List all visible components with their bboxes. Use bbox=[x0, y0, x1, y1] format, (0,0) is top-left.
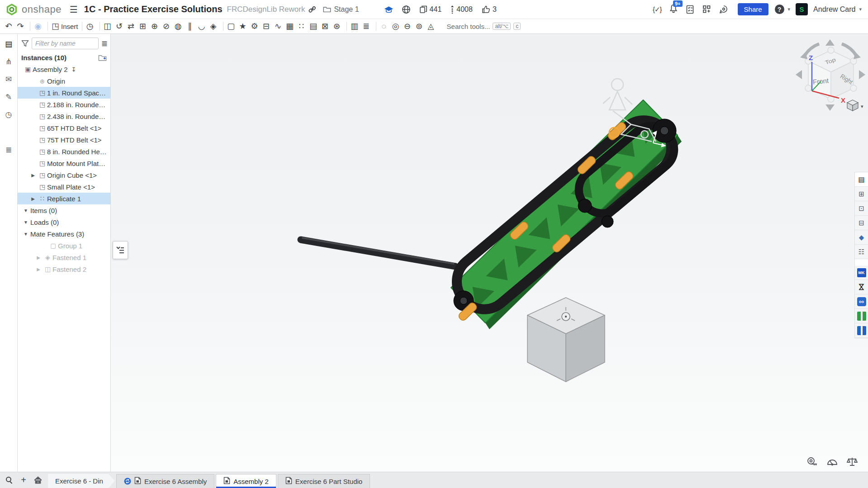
bom-panel-icon[interactable]: ▤ bbox=[855, 172, 868, 187]
tree-row[interactable]: ◳ Small Plate <1> bbox=[18, 181, 110, 193]
app-mk-icon[interactable]: MK bbox=[855, 265, 868, 280]
bom-icon[interactable]: ▥ bbox=[350, 20, 361, 32]
main-menu-icon[interactable]: ☰ bbox=[70, 4, 78, 15]
belt-relation-icon[interactable]: ▦ bbox=[285, 20, 297, 32]
workspace-location[interactable]: Stage 1 bbox=[323, 5, 359, 14]
tree-row[interactable]: ▶ ◫ Fastened 2 bbox=[18, 263, 110, 275]
circular-pattern-icon[interactable]: ⊛ bbox=[332, 20, 344, 32]
protractor-icon[interactable] bbox=[826, 456, 838, 467]
planar-mate-icon[interactable]: ⊞ bbox=[138, 20, 150, 32]
tree-row[interactable]: ▼ Items (0) bbox=[18, 204, 110, 216]
filter-funnel-icon[interactable] bbox=[21, 40, 29, 47]
document-tab[interactable]: Assembly 2 bbox=[216, 474, 276, 488]
revolute-mate-icon[interactable]: ↺ bbox=[114, 20, 126, 32]
tree-row[interactable]: ◳ 8 in. Rounded Hex Sha... bbox=[18, 146, 110, 157]
edit-history-icon[interactable]: ◷ bbox=[3, 109, 14, 120]
likes-stat[interactable]: 3 bbox=[482, 5, 497, 14]
filter-input[interactable] bbox=[32, 38, 99, 49]
tree-row[interactable]: ▶ ∷ Replicate 1 bbox=[18, 193, 110, 204]
view-options-cube-icon[interactable] bbox=[847, 100, 858, 111]
redo-icon[interactable]: ↷ bbox=[15, 20, 27, 32]
mate-connector-icon[interactable]: ◈ bbox=[209, 20, 220, 32]
tape-measure-icon[interactable] bbox=[806, 456, 818, 467]
search-document-icon[interactable] bbox=[3, 127, 14, 137]
sketch-dimensions-icon[interactable]: ⊟ bbox=[855, 216, 868, 230]
expand-chevron-icon[interactable]: ▶ bbox=[34, 267, 43, 272]
share-button[interactable]: Share bbox=[738, 3, 768, 15]
screw-relation-icon[interactable]: ∿ bbox=[273, 20, 285, 32]
notifications-button[interactable]: 9+ bbox=[669, 4, 678, 15]
view-options-caret-icon[interactable]: ▾ bbox=[861, 104, 863, 109]
group-icon[interactable]: ▢ bbox=[226, 20, 238, 32]
configurations-panel-icon[interactable]: ⊞ bbox=[855, 187, 868, 201]
document-tab[interactable]: Exercise 6 Assembly bbox=[116, 474, 214, 488]
app-butterfly-icon[interactable]: ⋈ bbox=[855, 280, 868, 294]
app-book-blue-icon[interactable] bbox=[855, 323, 868, 338]
expand-chevron-icon[interactable]: ▼ bbox=[21, 232, 30, 237]
expand-chevron-icon[interactable]: ▶ bbox=[28, 196, 38, 201]
expand-chevron-icon[interactable]: ▼ bbox=[21, 220, 30, 225]
fastened-mate-icon[interactable]: ◫ bbox=[103, 20, 114, 32]
tree-row[interactable]: ◳ 65T HTD Belt <1> bbox=[18, 122, 110, 134]
view-cube[interactable]: Top Front Right bbox=[794, 38, 867, 114]
app-robot-icon[interactable]: oo bbox=[855, 294, 868, 309]
avatar[interactable]: S bbox=[796, 3, 808, 15]
section-view-icon[interactable]: ⊚ bbox=[414, 20, 426, 32]
show-mate-connectors-icon[interactable]: ◌ bbox=[379, 20, 391, 32]
sync-document-icon[interactable]: ◉ bbox=[33, 20, 45, 32]
pattern-icon[interactable]: ▤ bbox=[308, 20, 320, 32]
release-notes-icon[interactable] bbox=[686, 5, 694, 14]
help-button[interactable]: ? bbox=[775, 5, 784, 14]
versions-history-icon[interactable]: ⋔ bbox=[3, 56, 14, 67]
named-positions-icon[interactable]: ◷ bbox=[85, 20, 97, 32]
linear-pattern-icon[interactable]: ⊠ bbox=[320, 20, 332, 32]
part-dimensions-icon[interactable]: ⊡ bbox=[855, 201, 868, 216]
tree-row[interactable]: ◳ 2.438 in. Rounded Hex... bbox=[18, 110, 110, 122]
tree-row[interactable]: ▶ ◈ Fastened 1 bbox=[18, 251, 110, 263]
user-menu-caret-icon[interactable]: ▾ bbox=[859, 6, 862, 12]
tree-flyout-button[interactable] bbox=[113, 241, 128, 259]
versions-stat[interactable]: 4008 bbox=[451, 5, 473, 14]
isolate-icon[interactable]: ◬ bbox=[426, 20, 438, 32]
pin-slot-mate-icon[interactable]: ⊘ bbox=[161, 20, 173, 32]
expand-chevron-icon[interactable]: ▼ bbox=[21, 208, 30, 213]
gear-relation-icon[interactable]: ⚙ bbox=[250, 20, 261, 32]
tree-row[interactable]: ◳ 75T HTD Belt <1> bbox=[18, 134, 110, 146]
green-plate[interactable] bbox=[451, 100, 682, 329]
ball-mate-icon[interactable]: ◍ bbox=[173, 20, 185, 32]
insert-icon[interactable]: ◳Insert bbox=[51, 20, 79, 32]
undo-icon[interactable]: ↶ bbox=[4, 20, 15, 32]
tree-row[interactable]: ▼ Loads (0) bbox=[18, 216, 110, 228]
tree-row[interactable]: ▢ Group 1 bbox=[18, 240, 110, 251]
properties-list-icon[interactable]: ≣ bbox=[3, 144, 14, 155]
replicate-icon[interactable]: ∷ bbox=[297, 20, 308, 32]
new-tab-button[interactable]: + bbox=[16, 472, 31, 488]
tree-row[interactable]: ▶ ◳ Origin Cube <1> bbox=[18, 169, 110, 181]
tree-row[interactable]: ▣ Assembly 2 ↧ bbox=[18, 63, 110, 75]
public-globe-icon[interactable] bbox=[402, 5, 411, 14]
home-button[interactable] bbox=[31, 472, 45, 488]
expand-chevron-icon[interactable]: ▶ bbox=[28, 173, 38, 178]
shortcut-keys-icon[interactable]: ☷ bbox=[855, 245, 868, 259]
tree-row[interactable]: ◳ 1 in. Round Spacer <1> bbox=[18, 87, 110, 99]
expand-chevron-icon[interactable]: ▶ bbox=[34, 255, 43, 260]
link-icon[interactable] bbox=[308, 5, 316, 14]
new-folder-icon[interactable] bbox=[98, 54, 107, 62]
tree-row[interactable]: ◳ Motor Mount Plate <1> bbox=[18, 157, 110, 169]
search-tabs-button[interactable] bbox=[2, 472, 16, 488]
search-tools[interactable]: Search tools... alt/⌥ c bbox=[447, 23, 521, 30]
hide-mates-icon[interactable]: ⊖ bbox=[403, 20, 414, 32]
graphics-area[interactable]: Top Front Right bbox=[111, 34, 868, 472]
document-tab[interactable]: Exercise 6 - Din bbox=[48, 474, 115, 488]
slider-mate-icon[interactable]: ⇄ bbox=[126, 20, 138, 32]
scale-icon[interactable] bbox=[846, 456, 858, 467]
assembly-3d-view[interactable] bbox=[111, 34, 868, 472]
ai-advisor-icon[interactable] bbox=[719, 5, 728, 14]
apps-grid-icon[interactable] bbox=[702, 5, 711, 14]
learning-icon[interactable] bbox=[384, 5, 394, 14]
mate-relation-icon[interactable]: ★ bbox=[238, 20, 250, 32]
onshape-logo[interactable]: onshape bbox=[5, 3, 62, 16]
app-gem-icon[interactable]: ◆ bbox=[855, 230, 868, 245]
copies-stat[interactable]: 441 bbox=[419, 5, 442, 14]
list-view-icon[interactable]: ≣ bbox=[101, 39, 108, 48]
